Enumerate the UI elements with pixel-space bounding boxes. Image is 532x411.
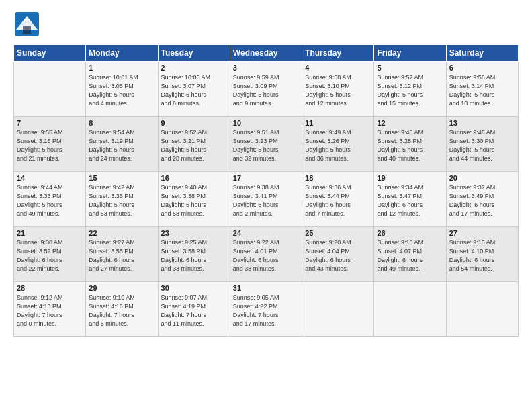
day-cell: 3Sunrise: 9:59 AM Sunset: 3:09 PM Daylig… — [230, 62, 302, 117]
day-cell: 27Sunrise: 9:15 AM Sunset: 4:10 PM Dayli… — [446, 227, 518, 282]
day-cell: 10Sunrise: 9:51 AM Sunset: 3:23 PM Dayli… — [230, 117, 302, 172]
day-number: 3 — [233, 64, 299, 72]
week-row-2: 7Sunrise: 9:55 AM Sunset: 3:16 PM Daylig… — [14, 117, 519, 172]
day-number: 25 — [305, 229, 371, 237]
day-cell: 11Sunrise: 9:49 AM Sunset: 3:26 PM Dayli… — [302, 117, 374, 172]
day-number: 11 — [305, 119, 371, 127]
day-number: 4 — [305, 64, 371, 72]
day-cell: 21Sunrise: 9:30 AM Sunset: 3:52 PM Dayli… — [14, 227, 86, 282]
day-number: 10 — [233, 119, 299, 127]
day-cell: 13Sunrise: 9:46 AM Sunset: 3:30 PM Dayli… — [446, 117, 518, 172]
day-cell: 28Sunrise: 9:12 AM Sunset: 4:13 PM Dayli… — [14, 282, 86, 337]
week-row-3: 14Sunrise: 9:44 AM Sunset: 3:33 PM Dayli… — [14, 172, 519, 227]
day-number: 28 — [17, 284, 83, 292]
day-number: 12 — [377, 119, 443, 127]
day-info: Sunrise: 9:34 AM Sunset: 3:47 PM Dayligh… — [377, 183, 443, 218]
day-number: 29 — [89, 284, 154, 292]
day-number: 22 — [89, 229, 154, 237]
col-header-tuesday: Tuesday — [158, 45, 230, 62]
day-cell: 5Sunrise: 9:57 AM Sunset: 3:12 PM Daylig… — [374, 62, 446, 117]
day-number: 15 — [89, 174, 154, 182]
day-number: 26 — [377, 229, 443, 237]
header-row: SundayMondayTuesdayWednesdayThursdayFrid… — [14, 45, 519, 62]
col-header-wednesday: Wednesday — [230, 45, 302, 62]
day-info: Sunrise: 9:07 AM Sunset: 4:19 PM Dayligh… — [161, 293, 227, 328]
col-header-friday: Friday — [374, 45, 446, 62]
day-info: Sunrise: 9:40 AM Sunset: 3:38 PM Dayligh… — [161, 183, 227, 218]
col-header-monday: Monday — [86, 45, 158, 62]
col-header-thursday: Thursday — [302, 45, 374, 62]
day-number: 1 — [89, 64, 154, 72]
logo-icon — [13, 11, 40, 38]
day-cell: 4Sunrise: 9:58 AM Sunset: 3:10 PM Daylig… — [302, 62, 374, 117]
day-number: 19 — [377, 174, 443, 182]
day-number: 18 — [305, 174, 371, 182]
calendar-page: SundayMondayTuesdayWednesdayThursdayFrid… — [0, 0, 532, 411]
day-number: 16 — [161, 174, 227, 182]
day-cell — [446, 282, 518, 337]
week-row-1: 1Sunrise: 10:01 AM Sunset: 3:05 PM Dayli… — [14, 62, 519, 117]
day-info: Sunrise: 9:30 AM Sunset: 3:52 PM Dayligh… — [17, 238, 83, 273]
day-cell: 6Sunrise: 9:56 AM Sunset: 3:14 PM Daylig… — [446, 62, 518, 117]
day-cell: 2Sunrise: 10:00 AM Sunset: 3:07 PM Dayli… — [158, 62, 230, 117]
svg-rect-2 — [23, 26, 31, 34]
day-cell: 25Sunrise: 9:20 AM Sunset: 4:04 PM Dayli… — [302, 227, 374, 282]
day-info: Sunrise: 9:25 AM Sunset: 3:58 PM Dayligh… — [161, 238, 227, 273]
day-cell: 15Sunrise: 9:42 AM Sunset: 3:36 PM Dayli… — [86, 172, 158, 227]
day-number: 9 — [161, 119, 227, 127]
day-cell: 24Sunrise: 9:22 AM Sunset: 4:01 PM Dayli… — [230, 227, 302, 282]
day-info: Sunrise: 9:46 AM Sunset: 3:30 PM Dayligh… — [449, 128, 515, 163]
day-info: Sunrise: 9:55 AM Sunset: 3:16 PM Dayligh… — [17, 128, 83, 163]
day-cell: 29Sunrise: 9:10 AM Sunset: 4:16 PM Dayli… — [86, 282, 158, 337]
day-cell: 7Sunrise: 9:55 AM Sunset: 3:16 PM Daylig… — [14, 117, 86, 172]
day-number: 17 — [233, 174, 299, 182]
col-header-sunday: Sunday — [14, 45, 86, 62]
day-number: 23 — [161, 229, 227, 237]
day-info: Sunrise: 9:56 AM Sunset: 3:14 PM Dayligh… — [449, 73, 515, 108]
day-cell: 19Sunrise: 9:34 AM Sunset: 3:47 PM Dayli… — [374, 172, 446, 227]
day-info: Sunrise: 9:36 AM Sunset: 3:44 PM Dayligh… — [305, 183, 371, 218]
day-number: 31 — [233, 284, 299, 292]
day-cell: 1Sunrise: 10:01 AM Sunset: 3:05 PM Dayli… — [86, 62, 158, 117]
calendar-table: SundayMondayTuesdayWednesdayThursdayFrid… — [13, 44, 519, 337]
day-cell: 20Sunrise: 9:32 AM Sunset: 3:49 PM Dayli… — [446, 172, 518, 227]
week-row-4: 21Sunrise: 9:30 AM Sunset: 3:52 PM Dayli… — [14, 227, 519, 282]
day-cell: 22Sunrise: 9:27 AM Sunset: 3:55 PM Dayli… — [86, 227, 158, 282]
day-number: 24 — [233, 229, 299, 237]
day-cell — [302, 282, 374, 337]
day-cell: 26Sunrise: 9:18 AM Sunset: 4:07 PM Dayli… — [374, 227, 446, 282]
day-info: Sunrise: 9:49 AM Sunset: 3:26 PM Dayligh… — [305, 128, 371, 163]
day-cell: 16Sunrise: 9:40 AM Sunset: 3:38 PM Dayli… — [158, 172, 230, 227]
day-info: Sunrise: 9:20 AM Sunset: 4:04 PM Dayligh… — [305, 238, 371, 273]
day-info: Sunrise: 10:01 AM Sunset: 3:05 PM Daylig… — [89, 73, 154, 108]
day-info: Sunrise: 9:22 AM Sunset: 4:01 PM Dayligh… — [233, 238, 299, 273]
day-number: 20 — [449, 174, 515, 182]
day-info: Sunrise: 9:27 AM Sunset: 3:55 PM Dayligh… — [89, 238, 154, 273]
day-info: Sunrise: 9:58 AM Sunset: 3:10 PM Dayligh… — [305, 73, 371, 108]
day-info: Sunrise: 9:12 AM Sunset: 4:13 PM Dayligh… — [17, 293, 83, 328]
day-cell: 9Sunrise: 9:52 AM Sunset: 3:21 PM Daylig… — [158, 117, 230, 172]
day-number: 2 — [161, 64, 227, 72]
day-cell: 12Sunrise: 9:48 AM Sunset: 3:28 PM Dayli… — [374, 117, 446, 172]
day-info: Sunrise: 9:38 AM Sunset: 3:41 PM Dayligh… — [233, 183, 299, 218]
day-number: 5 — [377, 64, 443, 72]
day-info: Sunrise: 9:48 AM Sunset: 3:28 PM Dayligh… — [377, 128, 443, 163]
day-number: 8 — [89, 119, 154, 127]
day-info: Sunrise: 9:18 AM Sunset: 4:07 PM Dayligh… — [377, 238, 443, 273]
day-cell — [374, 282, 446, 337]
day-info: Sunrise: 9:15 AM Sunset: 4:10 PM Dayligh… — [449, 238, 515, 273]
day-number: 6 — [449, 64, 515, 72]
day-cell: 8Sunrise: 9:54 AM Sunset: 3:19 PM Daylig… — [86, 117, 158, 172]
day-info: Sunrise: 9:52 AM Sunset: 3:21 PM Dayligh… — [161, 128, 227, 163]
header — [13, 11, 519, 38]
day-number: 27 — [449, 229, 515, 237]
day-cell: 30Sunrise: 9:07 AM Sunset: 4:19 PM Dayli… — [158, 282, 230, 337]
day-cell: 14Sunrise: 9:44 AM Sunset: 3:33 PM Dayli… — [14, 172, 86, 227]
day-number: 7 — [17, 119, 83, 127]
day-cell: 18Sunrise: 9:36 AM Sunset: 3:44 PM Dayli… — [302, 172, 374, 227]
day-cell — [14, 62, 86, 117]
day-number: 13 — [449, 119, 515, 127]
day-info: Sunrise: 9:42 AM Sunset: 3:36 PM Dayligh… — [89, 183, 154, 218]
day-number: 30 — [161, 284, 227, 292]
day-info: Sunrise: 9:10 AM Sunset: 4:16 PM Dayligh… — [89, 293, 154, 328]
